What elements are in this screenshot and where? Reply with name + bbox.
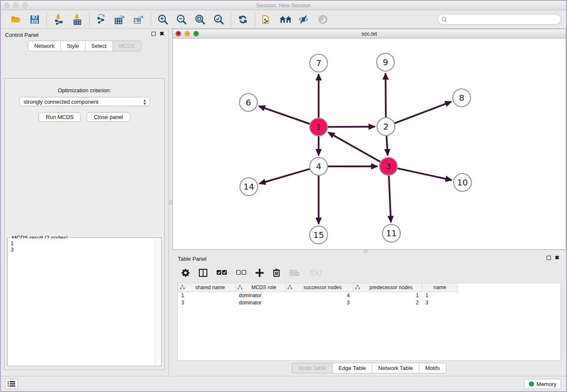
mcds-result-box: MCDS result (2 nodes) 1 3 (7, 237, 162, 366)
show-column-button[interactable] (199, 269, 207, 277)
table-tab-network-table[interactable]: Network Table (372, 363, 419, 373)
result-scrollbar[interactable] (155, 238, 161, 365)
splitter-handle[interactable] (363, 250, 368, 253)
column-header-successor-nodes[interactable]: successor nodes (286, 283, 353, 292)
export-image-button[interactable] (132, 13, 145, 26)
show-hide-style-button[interactable] (298, 13, 311, 26)
float-table-panel-icon[interactable] (547, 256, 551, 260)
edge-3-1[interactable] (328, 133, 380, 162)
close-table-panel-icon[interactable]: ✖ (555, 256, 559, 260)
edge-1-6[interactable] (259, 106, 310, 124)
graph-node-10[interactable]: 10 (454, 174, 471, 191)
table-cell[interactable]: 1 (422, 292, 458, 299)
graph-node-8[interactable]: 8 (453, 89, 471, 107)
graph-node-3[interactable]: 3 (380, 157, 397, 175)
minimize-window-icon[interactable] (13, 3, 19, 8)
table-cell[interactable]: 4 (286, 292, 353, 299)
table-tab-node-table[interactable]: Node Table (292, 363, 332, 373)
run-mcds-button[interactable]: Run MCDS (39, 112, 81, 122)
export-network-button[interactable] (95, 13, 108, 26)
search-box (438, 14, 561, 25)
unchecked-boxes-icon (236, 270, 246, 275)
graph-node-11[interactable]: 11 (383, 224, 400, 242)
graph-node-6[interactable]: 6 (239, 94, 257, 111)
edge-1-2[interactable] (328, 127, 375, 127)
table-cell[interactable]: 1 (178, 292, 236, 299)
table-row[interactable]: 3dominator323 (178, 299, 458, 306)
save-session-button[interactable] (28, 13, 41, 26)
table-cell[interactable]: 1 (353, 292, 422, 299)
export-table-button[interactable] (114, 13, 127, 26)
graphics-details-button[interactable] (317, 13, 329, 26)
graph-node-4[interactable]: 4 (310, 157, 328, 175)
edge-3-11[interactable] (389, 176, 391, 222)
column-header-name[interactable]: name (422, 283, 458, 292)
edge-4-14[interactable] (259, 169, 310, 184)
table-cell[interactable]: 3 (286, 299, 353, 306)
criterion-value: strongly connected component (24, 99, 99, 105)
tab-network[interactable]: Network (28, 41, 61, 51)
graph-node-1[interactable]: 1 (310, 118, 328, 136)
close-window-icon[interactable] (4, 3, 10, 8)
vertical-splitter[interactable] (169, 29, 172, 375)
status-menu-button[interactable] (5, 379, 18, 389)
graph-node-14[interactable]: 14 (240, 178, 258, 196)
tab-style[interactable]: Style (61, 41, 85, 51)
frame-close-icon[interactable]: ✖ (176, 31, 181, 36)
edge-3-10[interactable] (397, 168, 451, 180)
column-header-shared-name[interactable]: shared name (178, 283, 236, 292)
table-tab-motifs[interactable]: Motifs (419, 363, 446, 373)
float-panel-icon[interactable] (151, 32, 156, 36)
zoom-fit-button[interactable] (194, 13, 206, 26)
column-type-icon (237, 285, 242, 290)
network-canvas[interactable]: 7968124314101511 (173, 39, 566, 249)
network-window-titlebar[interactable]: ✖ − + scc.txt (173, 29, 566, 39)
memory-button[interactable]: Memory (524, 379, 561, 389)
table-cell[interactable]: 2 (353, 299, 422, 306)
column-header-MCDS-role[interactable]: MCDS role (236, 283, 286, 292)
table-cell[interactable]: dominator (236, 299, 286, 306)
zoom-selected-button[interactable] (212, 13, 225, 26)
zoom-in-button[interactable] (157, 13, 169, 26)
network-graph[interactable]: 7968124314101511 (173, 39, 566, 249)
tab-select[interactable]: Select (85, 41, 113, 51)
column-header-predecessor-nodes[interactable]: predecessor nodes (353, 283, 422, 292)
import-table-button[interactable] (71, 13, 84, 26)
table-row[interactable]: 1dominator411 (178, 292, 458, 299)
delete-column-button[interactable] (273, 268, 280, 277)
frame-minimize-icon[interactable]: − (184, 31, 190, 36)
add-column-button[interactable] (256, 269, 264, 277)
zoom-out-button[interactable] (175, 13, 188, 26)
table-mode-gear-button[interactable] (182, 269, 190, 277)
table-cell[interactable]: dominator (236, 292, 286, 299)
graph-node-9[interactable]: 9 (377, 53, 394, 71)
close-panel-button[interactable]: Close panel (87, 112, 130, 122)
frame-maximize-icon[interactable]: + (193, 31, 199, 36)
tab-mcds[interactable]: MCDS (113, 41, 141, 51)
edge-2-9[interactable] (385, 73, 386, 117)
mcds-result-text[interactable]: 1 3 (8, 238, 155, 365)
network-title: scc.txt (173, 29, 566, 38)
graph-node-2[interactable]: 2 (377, 118, 395, 135)
horizontal-splitter[interactable] (172, 250, 566, 253)
unselect-all-button[interactable] (236, 270, 246, 275)
criterion-select[interactable]: strongly connected component ▲▼ (19, 97, 150, 106)
edge-2-8[interactable] (395, 102, 451, 123)
table-cell[interactable]: 3 (422, 299, 458, 306)
select-all-button[interactable] (217, 270, 227, 275)
graph-node-15[interactable]: 15 (310, 226, 328, 244)
clone-network-button[interactable] (261, 13, 273, 26)
close-panel-icon[interactable]: ✖ (160, 32, 164, 36)
table-tab-edge-table[interactable]: Edge Table (332, 363, 372, 373)
apply-layout-button[interactable] (237, 13, 249, 26)
graph-node-7[interactable]: 7 (310, 54, 328, 72)
open-session-button[interactable] (10, 13, 22, 26)
export-image-icon (133, 14, 145, 25)
edge-2-3[interactable] (386, 136, 388, 155)
table-cell[interactable]: 3 (178, 299, 236, 306)
import-network-button[interactable] (52, 13, 65, 26)
welcome-screen-button[interactable] (279, 13, 292, 26)
maximize-window-icon[interactable] (22, 3, 28, 8)
search-input[interactable] (449, 16, 557, 22)
splitter-handle[interactable] (169, 200, 172, 204)
